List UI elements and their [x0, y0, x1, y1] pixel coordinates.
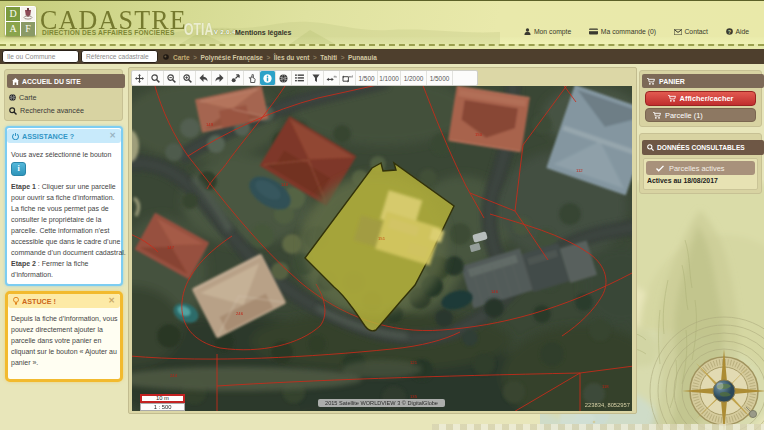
svg-text:112: 112	[576, 168, 583, 173]
svg-text:150: 150	[475, 132, 483, 137]
svg-text:?: ?	[728, 30, 731, 35]
svg-text:118: 118	[602, 384, 609, 389]
svg-text:148: 148	[281, 182, 289, 187]
svg-text:149: 149	[206, 122, 214, 127]
svg-text:147: 147	[167, 245, 175, 250]
svg-text:151: 151	[378, 236, 386, 241]
svg-text:146: 146	[491, 289, 499, 294]
svg-text:246: 246	[236, 311, 244, 316]
svg-text:244: 244	[170, 373, 178, 378]
svg-text:121: 121	[410, 360, 418, 365]
